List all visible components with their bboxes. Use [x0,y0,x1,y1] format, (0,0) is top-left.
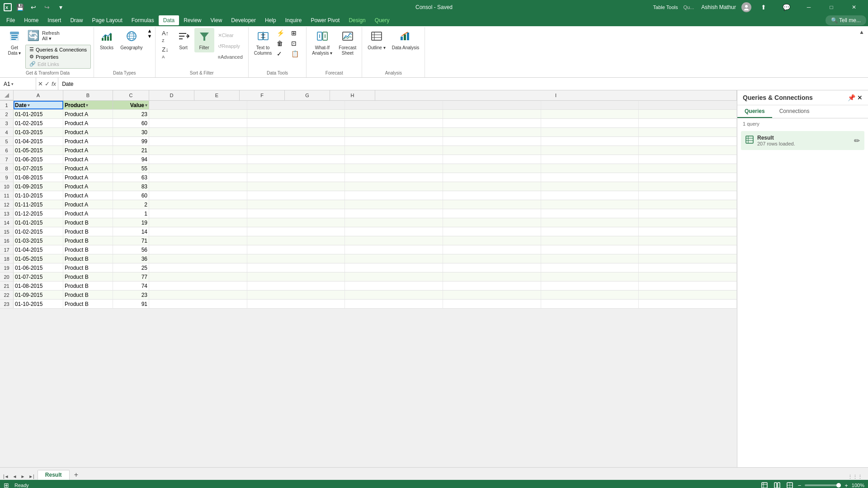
cell-C5[interactable]: 99 [113,137,149,145]
cell-I1[interactable] [639,101,737,109]
sheet-nav-last-btn[interactable]: ►| [27,473,36,480]
save-qat-btn[interactable]: 💾 [14,2,25,13]
page-break-view-btn[interactable] [785,481,794,488]
cell-C3[interactable]: 60 [113,119,149,127]
cell-H1[interactable] [541,101,639,109]
cell-ref-box[interactable]: A1 ▾ [0,78,36,90]
outline-btn[interactable]: Outline ▾ [365,28,388,52]
cell-C7[interactable]: 94 [113,155,149,164]
cell-C23[interactable]: 91 [113,300,149,308]
macro-btn[interactable]: ⊞ [4,482,9,488]
cell-A15[interactable]: 01-02-2015 [14,227,63,236]
row-num-12[interactable]: 12 [0,200,14,209]
cell-B1[interactable]: Product ▾ [63,101,113,109]
cell-E1[interactable] [247,101,345,109]
edit-links-small-btn[interactable]: 🔗 Edit Links [28,61,88,67]
redo-qat-btn[interactable]: ↪ [42,2,52,13]
row-num-6[interactable]: 6 [0,146,14,155]
row-num-11[interactable]: 11 [0,191,14,200]
cell-B23[interactable]: Product B [63,300,113,308]
cell-C12[interactable]: 2 [113,200,149,209]
tab-queries[interactable]: Queries [737,105,772,118]
cell-B22[interactable]: Product B [63,291,113,299]
cell-B12[interactable]: Product A [63,200,113,209]
menu-home[interactable]: Home [19,15,43,25]
cell-A2[interactable]: 01-01-2015 [14,110,63,118]
query-item-result[interactable]: Result 207 rows loaded. ✏ [741,131,864,150]
cell-B2[interactable]: Product A [63,110,113,118]
cell-A9[interactable]: 01-08-2015 [14,173,63,182]
close-btn[interactable]: ✕ [844,0,864,14]
col-header-A[interactable]: A [14,90,63,100]
maximize-btn[interactable]: □ [821,0,842,14]
add-sheet-btn[interactable]: + [71,470,81,480]
row-num-23[interactable]: 23 [0,300,14,308]
cell-C14[interactable]: 19 [113,218,149,227]
cell-A5[interactable]: 01-04-2015 [14,137,63,145]
forecast-sheet-btn[interactable]: ForecastSheet [336,28,359,58]
menu-inquire[interactable]: Inquire [281,15,307,25]
data-validation-btn[interactable]: ✓ [275,49,289,59]
row-num-10[interactable]: 10 [0,182,14,191]
col-header-D[interactable]: D [149,90,194,100]
what-if-btn[interactable]: What-IfAnalysis ▾ [309,28,335,58]
sheet-tab-result[interactable]: Result [38,470,70,480]
remove-dupes-btn[interactable]: 🗑 [275,38,289,48]
col-header-H[interactable]: H [330,90,375,100]
menu-insert[interactable]: Insert [43,15,66,25]
row-num-3[interactable]: 3 [0,119,14,127]
cell-F1[interactable] [345,101,443,109]
row-num-9[interactable]: 9 [0,173,14,182]
menu-query[interactable]: Query [370,15,394,25]
cell-A4[interactable]: 01-03-2015 [14,128,63,136]
menu-draw[interactable]: Draw [66,15,87,25]
cell-B5[interactable]: Product A [63,137,113,145]
cell-C9[interactable]: 63 [113,173,149,182]
menu-file[interactable]: File [2,15,19,25]
cell-B18[interactable]: Product B [63,254,113,263]
customize-qat-btn[interactable]: ▾ [55,2,66,13]
manage-model-btn[interactable]: 📋 [290,49,303,59]
reapply-btn[interactable]: ↺ Reapply [215,42,245,51]
row-num-20[interactable]: 20 [0,272,14,281]
row-num-15[interactable]: 15 [0,227,14,236]
sheet-nav-next-btn[interactable]: ► [19,473,26,480]
row-num-17[interactable]: 17 [0,245,14,254]
cell-A23[interactable]: 01-10-2015 [14,300,63,308]
tell-me-btn[interactable]: 🔍 Tell me... [826,15,866,25]
row-num-21[interactable]: 21 [0,282,14,290]
row-num-4[interactable]: 4 [0,128,14,136]
cell-C6[interactable]: 21 [113,146,149,155]
menu-developer[interactable]: Developer [226,15,260,25]
cell-B7[interactable]: Product A [63,155,113,164]
cell-A17[interactable]: 01-04-2015 [14,245,63,254]
tab-connections[interactable]: Connections [772,105,817,118]
row-num-22[interactable]: 22 [0,291,14,299]
cell-A11[interactable]: 01-10-2015 [14,191,63,200]
sheet-nav-first-btn[interactable]: |◄ [2,473,10,480]
cell-B10[interactable]: Product A [63,182,113,191]
queries-connections-small-btn[interactable]: ☰ Queries & Connections [28,46,88,53]
panel-close-btn[interactable]: ✕ [857,94,863,101]
cell-C22[interactable]: 23 [113,291,149,299]
page-layout-view-btn[interactable] [773,481,782,488]
advanced-btn[interactable]: ≡ Advanced [215,52,245,61]
cell-B6[interactable]: Product A [63,146,113,155]
cell-A20[interactable]: 01-07-2015 [14,272,63,281]
cell-B17[interactable]: Product B [63,245,113,254]
zoom-out-btn[interactable]: − [798,482,802,488]
cell-G1[interactable] [443,101,541,109]
consolidate-btn[interactable]: ⊞ [290,28,303,38]
sort-btn[interactable]: Sort [174,28,193,52]
cell-A8[interactable]: 01-07-2015 [14,164,63,173]
minimize-btn[interactable]: ─ [798,0,819,14]
query-item-edit-btn[interactable]: ✏ [854,136,860,145]
cell-C16[interactable]: 71 [113,236,149,245]
cell-C8[interactable]: 55 [113,164,149,173]
sheet-options-icon[interactable]: ⋮⋮⋮ [848,474,863,480]
properties-small-btn[interactable]: ⚙ Properties [28,53,88,60]
cell-A14[interactable]: 01-01-2015 [14,218,63,227]
normal-view-btn[interactable] [760,481,769,488]
refresh-all-btn[interactable]: 🔄 RefreshAll ▾ [25,28,91,43]
col-header-E[interactable]: E [194,90,240,100]
